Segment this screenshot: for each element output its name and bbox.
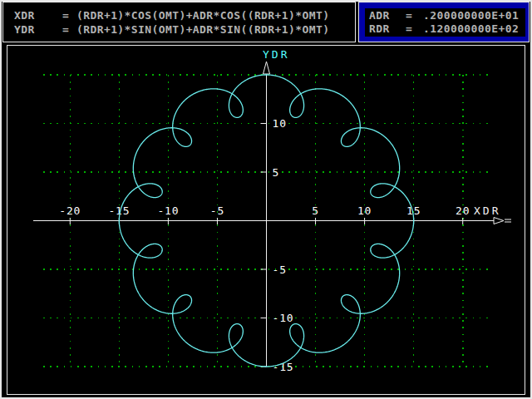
equals-sign: = bbox=[406, 22, 423, 36]
x-tick-label: 10 bbox=[357, 204, 372, 217]
y-tick-label: 10 bbox=[273, 117, 287, 130]
param-row-rdr: RDR = .120000000E+02 bbox=[369, 22, 525, 36]
param-label-adr: ADR bbox=[369, 9, 406, 22]
epitrochoid-plot: -20-15-10-55101520-15-10-5510XDRYDR bbox=[7, 46, 525, 394]
equals-sign: = bbox=[406, 9, 423, 22]
equals-sign: = bbox=[62, 22, 76, 37]
y-axis-title: YDR bbox=[263, 48, 289, 61]
x-axis-title: XDR bbox=[474, 204, 500, 217]
dos-plot-screen: XDR = (RDR+1)*COS(OMT)+ADR*COS((RDR+1)*O… bbox=[0, 0, 532, 399]
plot-area: -20-15-10-55101520-15-10-5510XDRYDR bbox=[7, 45, 525, 395]
x-axis-arrow-icon bbox=[494, 218, 504, 224]
y-axis-arrow-icon bbox=[264, 62, 270, 74]
param-value-adr: .200000000E+01 bbox=[423, 9, 519, 22]
formula-expr-ydr: (RDR+1)*SIN(OMT)+ADR*SIN((RDR+1)*OMT) bbox=[76, 22, 329, 37]
y-tick-label: -10 bbox=[273, 312, 294, 324]
y-tick-label: 5 bbox=[273, 166, 280, 179]
param-panel-inner: ADR = .200000000E+01 RDR = .120000000E+0… bbox=[365, 8, 525, 37]
x-tick-label: 5 bbox=[312, 204, 319, 217]
param-value-rdr: .120000000E+02 bbox=[423, 22, 519, 36]
formula-panel: XDR = (RDR+1)*COS(OMT)+ADR*COS((RDR+1)*O… bbox=[2, 2, 356, 42]
x-tick-label: 20 bbox=[456, 204, 470, 217]
formula-row-xdr: XDR = (RDR+1)*COS(OMT)+ADR*COS((RDR+1)*O… bbox=[14, 8, 355, 22]
param-row-adr: ADR = .200000000E+01 bbox=[369, 9, 525, 22]
y-tick-label: -5 bbox=[273, 264, 287, 276]
param-panel: ADR = .200000000E+01 RDR = .120000000E+0… bbox=[358, 2, 530, 42]
formula-expr-xdr: (RDR+1)*COS(OMT)+ADR*COS((RDR+1)*OMT) bbox=[76, 8, 329, 22]
equals-sign: = bbox=[62, 8, 76, 22]
x-tick-label: -10 bbox=[157, 204, 179, 217]
y-tick-label: -15 bbox=[273, 361, 294, 373]
x-tick-label: -5 bbox=[210, 204, 224, 217]
param-label-rdr: RDR bbox=[369, 22, 406, 36]
formula-row-ydr: YDR = (RDR+1)*SIN(OMT)+ADR*SIN((RDR+1)*O… bbox=[14, 22, 355, 37]
x-tick-label: -20 bbox=[59, 204, 81, 217]
formula-label-xdr: XDR bbox=[14, 8, 62, 22]
formula-label-ydr: YDR bbox=[14, 22, 62, 37]
